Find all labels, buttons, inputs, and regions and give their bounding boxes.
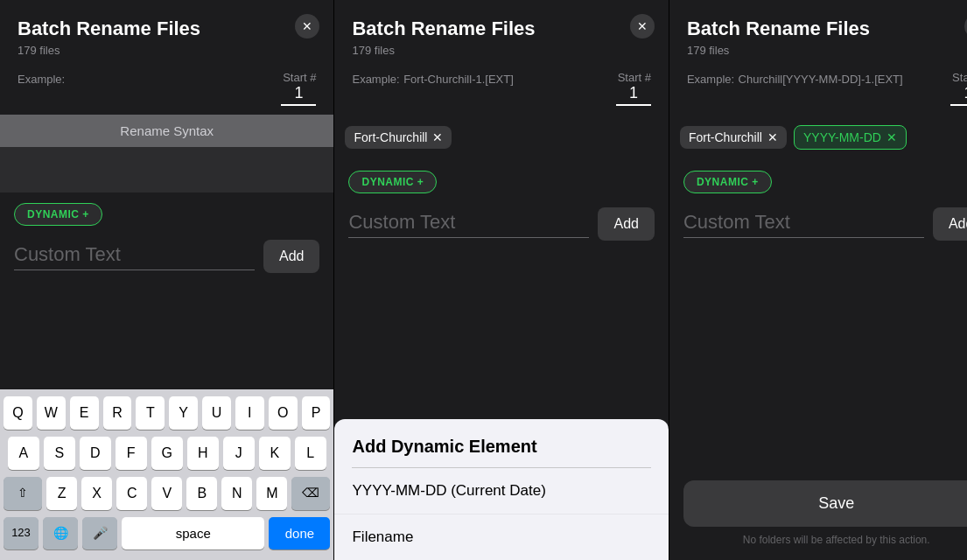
tag-close-fort-churchill-3[interactable]: ✕ [767, 131, 778, 144]
panel-3-start-value: 1 [950, 84, 967, 106]
tags-bar-2: Fort-Churchill ✕ [334, 115, 668, 160]
key-123[interactable]: 123 [4, 517, 39, 550]
panel-3-start-label: Start # [950, 71, 967, 84]
panel-1-title: Batch Rename Files [18, 18, 316, 40]
key-h[interactable]: H [187, 437, 219, 470]
custom-text-input-2[interactable] [348, 211, 589, 238]
key-f[interactable]: F [116, 437, 147, 470]
save-section: Save No folders will be affected by this… [669, 466, 967, 560]
key-j[interactable]: J [223, 437, 255, 470]
custom-text-input-1[interactable] [14, 243, 255, 270]
key-i[interactable]: I [235, 396, 264, 430]
key-space[interactable]: space [122, 517, 264, 550]
key-globe[interactable]: 🌐 [43, 517, 78, 550]
panel-1-start-value: 1 [281, 84, 316, 106]
key-mic[interactable]: 🎤 [82, 517, 117, 550]
key-done[interactable]: done [269, 517, 330, 550]
keyboard-1: Q W E R T Y U I O P A S D F G H J K L ⇧ … [0, 389, 333, 560]
key-k[interactable]: K [259, 437, 291, 470]
tag-date-3[interactable]: YYYY-MM-DD ✕ [794, 125, 907, 150]
panel-1-example-row: Example: Start # 1 [18, 71, 316, 106]
panel-1-subtitle: 179 files [18, 44, 316, 57]
tags-bar-3: Fort-Churchill ✕ YYYY-MM-DD ✕ [669, 115, 967, 160]
panel-1-content: DYNAMIC + Add [0, 192, 333, 389]
key-shift[interactable]: ⇧ [4, 477, 42, 510]
panel-2-example-label: Example: [352, 73, 399, 86]
key-b[interactable]: B [186, 477, 217, 510]
key-g[interactable]: G [151, 437, 183, 470]
panel-2-example-value: Fort-Churchill-1.[EXT] [403, 73, 514, 86]
tag-close-date-3[interactable]: ✕ [886, 131, 897, 144]
key-n[interactable]: N [221, 477, 252, 510]
key-c[interactable]: C [116, 477, 147, 510]
key-s[interactable]: S [44, 437, 75, 470]
panel-1-header: ✕ Batch Rename Files 179 files Example: … [0, 0, 333, 115]
panel-2-subtitle: 179 files [352, 44, 650, 57]
key-r[interactable]: R [103, 396, 132, 430]
key-o[interactable]: O [269, 396, 298, 430]
panel-3-custom-text-row: Add [669, 200, 967, 251]
panel-3: ✕ Batch Rename Files 179 files Example: … [669, 0, 967, 560]
keyboard-row-4: 123 🌐 🎤 space done [4, 517, 330, 550]
keyboard-row-1: Q W E R T Y U I O P [4, 396, 330, 430]
panel-2-dynamic-section: DYNAMIC + [334, 160, 668, 200]
sheet-item-filename[interactable]: Filename [334, 514, 668, 560]
key-backspace[interactable]: ⌫ [291, 477, 330, 510]
key-w[interactable]: W [37, 396, 66, 430]
tags-bar-1 [0, 147, 333, 192]
panel-1-example-label: Example: [18, 73, 65, 86]
dynamic-button-1[interactable]: DYNAMIC + [14, 203, 102, 226]
panel-2: ✕ Batch Rename Files 179 files Example: … [334, 0, 669, 560]
add-button-1[interactable]: Add [263, 240, 319, 273]
syntax-bar-1[interactable]: Rename Syntax [0, 115, 333, 147]
close-button-2[interactable]: ✕ [630, 14, 655, 38]
key-t[interactable]: T [136, 396, 165, 430]
key-y[interactable]: Y [169, 396, 198, 430]
add-button-3[interactable]: Add [933, 207, 967, 241]
panel-3-example-label: Example: [687, 73, 734, 86]
keyboard-row-3: ⇧ Z X C V B N M ⌫ [4, 477, 330, 510]
key-u[interactable]: U [202, 396, 231, 430]
panel-3-content: DYNAMIC + Add Save No folders will be af… [669, 160, 967, 560]
save-note: No folders will be affected by this acti… [683, 534, 967, 546]
sheet-item-date[interactable]: YYYY-MM-DD (Current Date) [334, 468, 668, 514]
key-p[interactable]: P [302, 396, 331, 430]
dynamic-button-3[interactable]: DYNAMIC + [683, 171, 772, 193]
key-x[interactable]: X [81, 477, 112, 510]
add-button-2[interactable]: Add [598, 207, 654, 241]
panel-2-custom-text-row: Add [334, 200, 668, 251]
tag-label-date-3: YYYY-MM-DD [803, 130, 881, 144]
panel-3-title: Batch Rename Files [687, 18, 967, 40]
panel-3-header: ✕ Batch Rename Files 179 files Example: … [669, 0, 967, 115]
add-dynamic-sheet: Add Dynamic Element YYYY-MM-DD (Current … [334, 419, 668, 560]
panel-1-start-label: Start # [281, 71, 316, 84]
panel-1-dynamic-section: DYNAMIC + [0, 192, 333, 233]
key-d[interactable]: D [80, 437, 111, 470]
key-q[interactable]: Q [4, 396, 32, 430]
key-v[interactable]: V [151, 477, 182, 510]
key-l[interactable]: L [295, 437, 326, 470]
tag-fort-churchill-3[interactable]: Fort-Churchill ✕ [680, 126, 787, 149]
panel-2-example-row: Example: Fort-Churchill-1.[EXT] Start # … [352, 71, 650, 106]
sheet-title: Add Dynamic Element [334, 419, 668, 467]
panel-3-example-value: Churchill[YYYY-MM-DD]-1.[EXT] [739, 73, 903, 86]
tag-label-fort-churchill-3: Fort-Churchill [689, 130, 762, 144]
key-e[interactable]: E [70, 396, 99, 430]
key-a[interactable]: A [8, 437, 39, 470]
keyboard-row-2: A S D F G H J K L [4, 437, 330, 470]
panel-2-start-value: 1 [616, 84, 651, 106]
panel-2-title: Batch Rename Files [352, 18, 650, 40]
panel-1-custom-text-row: Add [0, 233, 333, 284]
custom-text-input-3[interactable] [683, 211, 924, 238]
panel-2-start-label: Start # [616, 71, 651, 84]
panel-3-dynamic-section: DYNAMIC + [669, 160, 967, 200]
dynamic-button-2[interactable]: DYNAMIC + [348, 171, 437, 193]
tag-fort-churchill-2[interactable]: Fort-Churchill ✕ [345, 126, 452, 149]
panel-1: ✕ Batch Rename Files 179 files Example: … [0, 0, 334, 560]
panel-3-example-row: Example: Churchill[YYYY-MM-DD]-1.[EXT] S… [687, 71, 967, 106]
key-m[interactable]: M [256, 477, 287, 510]
tag-close-fort-churchill-2[interactable]: ✕ [432, 131, 443, 144]
save-button[interactable]: Save [683, 480, 967, 527]
panel-3-subtitle: 179 files [687, 44, 967, 57]
key-z[interactable]: Z [46, 477, 77, 510]
